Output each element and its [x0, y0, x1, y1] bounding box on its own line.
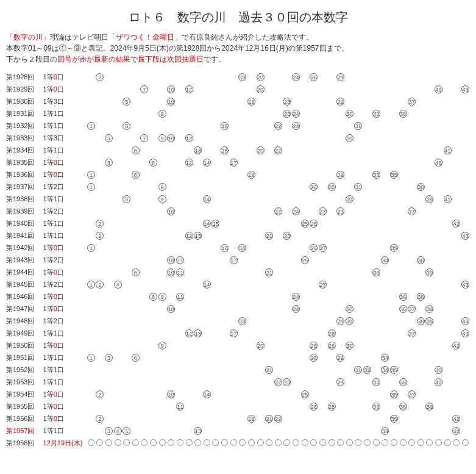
empty-circle-icon: [462, 439, 469, 446]
num-cell: [363, 327, 372, 339]
num-cell: [238, 107, 247, 120]
num-cell: [202, 144, 211, 156]
round-label: 第1950回: [6, 339, 43, 351]
num-cell: 25: [300, 254, 310, 266]
num-cell: [300, 205, 310, 217]
empty-circle-icon: [391, 439, 397, 446]
empty-slot: [265, 437, 274, 449]
num-cell: 30: [345, 107, 354, 120]
number-circle-icon: 23: [283, 378, 291, 386]
num-cell: [96, 266, 105, 278]
number-circle-icon: 13: [194, 232, 202, 240]
num-cell: [345, 400, 354, 412]
num-cell: [96, 168, 105, 181]
num-cell: [300, 107, 310, 120]
num-cell: [158, 83, 167, 95]
num-cell: [461, 376, 470, 388]
number-circle-icon: 11: [176, 268, 184, 276]
num-cell: [104, 400, 113, 412]
num-cell: [345, 254, 354, 266]
num-cell: [318, 83, 327, 95]
num-cell: [87, 303, 96, 315]
num-cell: [372, 132, 381, 144]
num-cell: [310, 132, 319, 144]
empty-slot: [399, 437, 408, 449]
num-cell: [229, 242, 238, 254]
num-cell: [354, 217, 363, 229]
empty-slot: [381, 437, 390, 449]
num-cell: [310, 83, 319, 95]
num-cell: [434, 144, 443, 156]
table-row: 第1957回1等1口345133442: [6, 425, 470, 437]
number-circle-icon: 25: [301, 220, 309, 228]
empty-circle-icon: [88, 439, 94, 446]
num-cell: [274, 168, 283, 181]
num-cell: [363, 229, 372, 242]
empty-slot: [300, 437, 310, 449]
num-cell: [265, 425, 274, 437]
num-cell: [381, 95, 390, 107]
number-circle-icon: 11: [176, 293, 184, 301]
num-cell: 2: [96, 229, 105, 242]
number-circle-icon: 9: [158, 293, 166, 301]
num-cell: [274, 242, 283, 254]
number-circle-icon: 43: [461, 317, 469, 325]
num-cell: [318, 156, 327, 168]
num-cell: [140, 315, 149, 327]
empty-circle-icon: [417, 439, 424, 446]
num-cell: [247, 327, 256, 339]
num-cell: [381, 205, 390, 217]
prize-count: 1等1口: [43, 107, 87, 120]
num-cell: [416, 351, 425, 364]
num-cell: [416, 425, 425, 437]
num-cell: [104, 205, 113, 217]
num-cell: [256, 266, 265, 278]
num-cell: [363, 83, 372, 95]
num-cell: [158, 425, 167, 437]
empty-slot: [461, 437, 470, 449]
num-cell: [185, 107, 194, 120]
num-cell: 5: [122, 120, 131, 132]
num-cell: 33: [372, 376, 381, 388]
num-cell: [389, 181, 399, 193]
num-cell: [256, 278, 265, 290]
num-cell: 30: [345, 315, 354, 327]
round-label: 第1955回: [6, 400, 43, 412]
prize-count: 1等0口: [43, 266, 87, 278]
num-cell: [238, 144, 247, 156]
num-cell: [443, 339, 452, 351]
num-cell: 3: [104, 351, 113, 364]
num-cell: [425, 376, 435, 388]
num-cell: [185, 412, 194, 425]
num-cell: 22: [274, 144, 283, 156]
num-cell: [300, 156, 310, 168]
num-cell: [140, 400, 149, 412]
num-cell: [256, 290, 265, 303]
num-cell: [283, 425, 292, 437]
num-cell: [176, 278, 185, 290]
num-cell: [185, 376, 194, 388]
number-circle-icon: 21: [265, 366, 273, 374]
number-circle-icon: 20: [257, 146, 265, 154]
num-cell: [96, 290, 105, 303]
number-circle-icon: 9: [158, 195, 166, 203]
empty-circle-icon: [400, 439, 407, 446]
num-cell: [87, 315, 96, 327]
number-circle-icon: 35: [390, 171, 398, 179]
num-cell: [265, 193, 274, 205]
prize-count: 1等1口: [43, 120, 87, 132]
num-cell: [300, 266, 310, 278]
prize-count: 1等1口: [43, 217, 87, 229]
num-cell: 11: [176, 254, 185, 266]
num-cell: [96, 156, 105, 168]
num-cell: [113, 339, 123, 351]
num-cell: [416, 205, 425, 217]
number-circle-icon: 14: [203, 281, 211, 289]
num-cell: [122, 217, 131, 229]
num-cell: [140, 107, 149, 120]
number-circle-icon: 12: [185, 159, 193, 167]
num-cell: [461, 168, 470, 181]
number-circle-icon: 10: [167, 256, 175, 264]
num-cell: [131, 107, 140, 120]
num-cell: [291, 156, 300, 168]
